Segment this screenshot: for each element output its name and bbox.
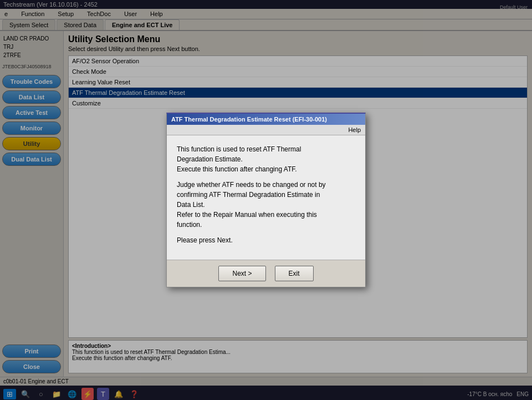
modal-help[interactable]: Help xyxy=(167,125,365,135)
modal-paragraph-2: Judge whether ATF needs to be changed or… xyxy=(177,180,355,230)
modal-title-bar: ATF Thermal Degradation Estimate Reset (… xyxy=(167,114,365,125)
modal-paragraph-3: Please press Next. xyxy=(177,235,355,245)
next-button[interactable]: Next > xyxy=(218,266,265,281)
modal-footer: Next > Exit xyxy=(167,260,365,287)
modal-dialog: ATF Thermal Degradation Estimate Reset (… xyxy=(166,113,366,287)
modal-overlay: ATF Thermal Degradation Estimate Reset (… xyxy=(0,0,532,400)
exit-button[interactable]: Exit xyxy=(275,266,314,281)
modal-paragraph-1: This function is used to reset ATF Therm… xyxy=(177,144,355,174)
modal-body: This function is used to reset ATF Therm… xyxy=(167,135,365,260)
modal-title: ATF Thermal Degradation Estimate Reset (… xyxy=(171,116,327,123)
